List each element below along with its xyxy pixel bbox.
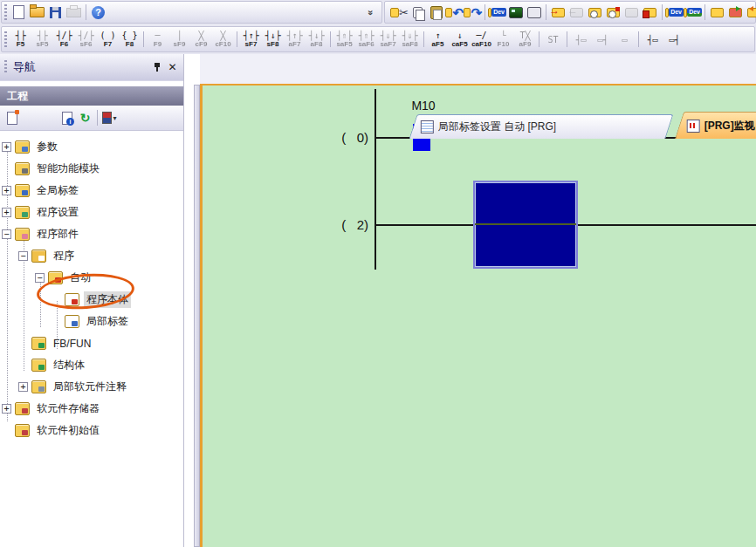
monitor-write-button[interactable] xyxy=(604,3,622,22)
open-branch-button[interactable]: ┤├sF5 xyxy=(31,28,53,51)
inline-st-button[interactable]: ST xyxy=(542,28,564,51)
find-io-button[interactable] xyxy=(525,3,543,22)
toolbar-overflow-button[interactable]: » xyxy=(361,3,380,22)
nav-refresh-button[interactable]: ↻ xyxy=(76,108,94,127)
panel-grip[interactable] xyxy=(4,60,7,74)
statement-display-button[interactable] xyxy=(745,3,756,22)
device-display-off-button[interactable]: Dev xyxy=(684,3,702,22)
expander-icon[interactable]: + xyxy=(2,404,11,414)
statement-insert-button[interactable]: ▭┤ xyxy=(663,28,685,51)
monitor-read-button[interactable] xyxy=(586,3,604,22)
save-button[interactable] xyxy=(46,3,65,22)
print-button[interactable] xyxy=(65,3,83,22)
tab-prg-monitor[interactable]: [PRG]监视 执行中 自动 (只... × xyxy=(675,112,756,139)
toolbar-grip[interactable] xyxy=(4,4,7,20)
expander-icon[interactable]: − xyxy=(2,229,11,239)
toolbar-separator xyxy=(662,4,663,20)
falling-pulse-close-branch-button[interactable]: ┤⇓├saF8 xyxy=(399,28,421,51)
tree-item-local-label[interactable]: 局部标签 xyxy=(0,311,183,332)
toolbar-grip[interactable] xyxy=(4,31,7,47)
vertical-line-button[interactable]: │sF9 xyxy=(168,28,190,51)
tree-item-icon xyxy=(15,162,30,175)
comment-display-button[interactable] xyxy=(708,3,726,22)
comment-jump-button[interactable] xyxy=(726,3,745,22)
expander-icon[interactable]: + xyxy=(2,142,11,152)
close-contact-button[interactable]: ┤/├F6 xyxy=(53,28,75,51)
edit-find-online-toolbar: ✂↶↷Dev→←DevDev xyxy=(384,1,756,24)
tree-item-local-device-comment[interactable]: + 局部软元件注释 xyxy=(0,376,183,398)
write-to-plc-button[interactable]: → xyxy=(549,3,567,22)
tree-item-intelligent-function-module[interactable]: 智能功能模块 xyxy=(0,158,183,180)
expander-icon[interactable]: − xyxy=(18,251,28,261)
delete-device-test-button[interactable]: T╳aF9 xyxy=(514,28,536,51)
tree-item-pou[interactable]: − 程序部件 xyxy=(0,223,183,245)
help-button[interactable]: ? xyxy=(89,3,107,22)
no-conversion-button[interactable]: └F10 xyxy=(492,28,514,51)
expander-icon[interactable]: + xyxy=(2,186,11,195)
editor-edge-strip xyxy=(194,85,200,547)
pin-icon[interactable] xyxy=(150,60,165,75)
tab-local-label-setting[interactable]: 局部标签设置 自动 [PRG] xyxy=(409,114,673,139)
rising-pulse-close-branch-button[interactable]: ┤⇑├saF6 xyxy=(355,28,377,51)
nav-property-button[interactable]: i xyxy=(58,108,76,127)
find-monitor-button[interactable] xyxy=(506,3,525,22)
device-comment-edit-button[interactable]: ┤▭ xyxy=(642,28,663,51)
coil-button[interactable]: ( )F7 xyxy=(97,28,119,51)
redo-button[interactable]: ↷ xyxy=(464,3,482,22)
tree-item-device-initial-value[interactable]: 软元件初始值 xyxy=(0,420,183,441)
nav-copy-button[interactable] xyxy=(21,108,39,127)
device-display-on-button[interactable]: Dev xyxy=(665,3,684,22)
delete-vertical-line-button[interactable]: ╳cF10 xyxy=(212,28,234,51)
undo-button[interactable]: ↶ xyxy=(445,3,464,22)
toolbar-separator xyxy=(638,31,639,47)
selected-instruction-cell[interactable] xyxy=(473,181,578,269)
falling-pulse-branch-button[interactable]: ┤↓├aF8 xyxy=(306,28,327,51)
paste-button[interactable] xyxy=(427,3,445,22)
application-instruction-button[interactable]: { }F8 xyxy=(119,28,141,51)
edit-statement-button[interactable]: ▭ xyxy=(614,28,636,51)
falling-pulse-close-button[interactable]: ┤⇓├saF7 xyxy=(377,28,399,51)
convert-operation-result-button[interactable]: ↓caF5 xyxy=(449,28,471,51)
tree-item-program[interactable]: − 程序 xyxy=(0,245,183,267)
rising-pulse-close-button[interactable]: ┤⇑├saF5 xyxy=(333,28,355,51)
nav-sort-button[interactable]: ▾ xyxy=(100,108,119,127)
tree-item-auto[interactable]: − 自动 xyxy=(0,267,183,289)
tree-item-device-memory[interactable]: + 软元件存储器 xyxy=(0,398,183,420)
copy-button[interactable] xyxy=(409,3,427,22)
ladder-symbol-toolbar: ┤├F5┤├sF5┤/├F6┤/├sF6( )F7{ }F8─F9│sF9╳cF… xyxy=(1,26,755,52)
tree-item-program-body[interactable]: 程序本体 xyxy=(0,289,183,311)
ladder-editor[interactable]: ( 0) M10 ( 2) xyxy=(200,84,756,547)
edit-line-statement-button[interactable]: ┤▭ xyxy=(570,28,592,51)
nav-paste-button[interactable] xyxy=(39,108,58,127)
tree-item-program-setting[interactable]: + 程序设置 xyxy=(0,202,183,223)
cut-button[interactable]: ✂ xyxy=(390,3,409,22)
rising-pulse-branch-button[interactable]: ┤↑├aF7 xyxy=(284,28,306,51)
open-contact-button[interactable]: ┤├F5 xyxy=(10,28,31,51)
navigation-titlebar[interactable]: 导航 ✕ xyxy=(0,54,183,81)
monitor-test-button[interactable] xyxy=(641,3,659,22)
tree-item-fb-fun[interactable]: FB/FUN xyxy=(0,332,183,354)
find-device-button[interactable]: Dev xyxy=(488,3,506,22)
new-button[interactable] xyxy=(10,3,28,22)
expander-icon[interactable]: − xyxy=(35,273,45,283)
document-tabstrip: 局部标签设置 自动 [PRG] [PRG]监视 执行中 自动 (只... × xyxy=(200,54,756,85)
tree-item-global-label[interactable]: + 全局标签 xyxy=(0,180,183,202)
ladder-left-rail xyxy=(375,89,376,270)
delete-horizontal-line-button[interactable]: ╳cF9 xyxy=(190,28,212,51)
close-branch-button[interactable]: ┤/├sF6 xyxy=(75,28,97,51)
tree-item-parameter[interactable]: + 参数 xyxy=(0,136,183,158)
edit-note-button[interactable]: ▭┤ xyxy=(592,28,614,51)
rising-pulse-button[interactable]: ┤↑├sF7 xyxy=(240,28,262,51)
read-from-plc-button[interactable]: ← xyxy=(567,3,586,22)
horizontal-line-button[interactable]: ─F9 xyxy=(147,28,168,51)
open-button[interactable] xyxy=(28,3,46,22)
nav-new-button[interactable] xyxy=(3,108,21,127)
monitor-stop-button[interactable] xyxy=(622,3,641,22)
falling-pulse-button[interactable]: ┤↓├sF8 xyxy=(262,28,284,51)
invert-operation-result-button[interactable]: ↑aF5 xyxy=(427,28,449,51)
tree-item-structured-data-type[interactable]: 结构体 xyxy=(0,354,183,376)
expander-icon[interactable]: + xyxy=(18,382,28,392)
expander-icon[interactable]: + xyxy=(2,208,11,217)
close-icon[interactable]: ✕ xyxy=(165,60,180,75)
invert-result-pulse-button[interactable]: ─/caF10 xyxy=(471,28,492,51)
